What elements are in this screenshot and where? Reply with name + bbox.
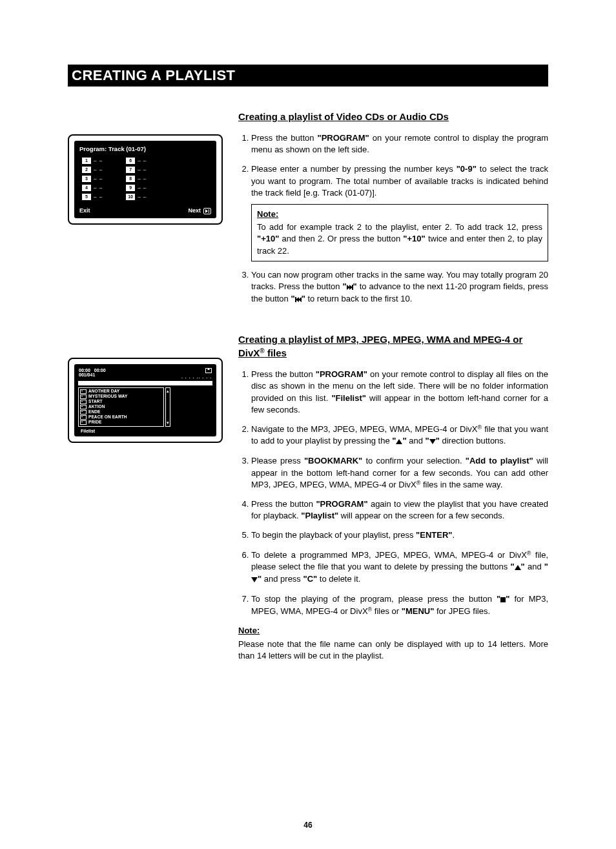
slot-placeholder: – – (94, 158, 103, 163)
program-slot: 9– – (126, 185, 147, 191)
instruction-item: Please enter a number by pressing the nu… (251, 163, 548, 261)
instruction-item: To stop the playing of the program, plea… (251, 593, 548, 617)
file-row: START (80, 400, 162, 404)
file-icon (80, 415, 87, 420)
file-name: ENDE (88, 410, 100, 414)
slot-number: 2 (82, 167, 91, 173)
section-heading: Creating a playlist of Video CDs or Audi… (238, 110, 548, 123)
program-slot: 3– – (82, 176, 103, 182)
osd-exit-label: Exit (79, 208, 90, 214)
eject-icon (205, 368, 212, 373)
program-slot: 7– – (126, 167, 147, 173)
content-area: Program: Track (01-07) 1– –2– –3– –4– –5… (68, 110, 548, 662)
note-body: To add for example track 2 to the playli… (257, 221, 542, 257)
file-row: ANOTHER DAY (80, 389, 162, 394)
right-column: Creating a playlist of Video CDs or Audi… (238, 110, 548, 662)
slot-number: 3 (82, 176, 91, 182)
slot-placeholder: – – (138, 194, 147, 199)
down-arrow-icon (429, 436, 436, 447)
instruction-item: To begin the playback of your playlist, … (251, 529, 548, 541)
scroll-down-icon: ▾ (166, 420, 170, 426)
osd-time-b: 00:00 (94, 368, 106, 373)
file-name: START (88, 400, 103, 404)
scroll-up-icon: ▴ (166, 388, 170, 394)
file-row: ENDE (80, 410, 162, 414)
trailing-note: Note:Please note that the file name can … (238, 625, 548, 662)
next-icon (203, 208, 211, 214)
file-name: AKTION (88, 405, 105, 409)
file-icon (80, 389, 87, 394)
slot-placeholder: – – (94, 185, 103, 190)
slot-placeholder: – – (94, 194, 103, 199)
file-row: AKTION (80, 405, 162, 409)
slot-placeholder: – – (94, 167, 103, 172)
program-osd-figure: Program: Track (01-07) 1– –2– –3– –4– –5… (68, 134, 223, 225)
section-heading: Creating a playlist of MP3, JPEG, MPEG, … (238, 332, 548, 360)
osd-file-list: ANOTHER DAYMYSTERIOUS WAYSTARTAKTIONENDE… (78, 387, 164, 427)
slot-number: 5 (82, 194, 91, 200)
slot-number: 10 (126, 194, 135, 200)
instruction-item: Please press "BOOKMARK" to confirm your … (251, 455, 548, 491)
up-arrow-icon (515, 562, 521, 573)
slot-number: 8 (126, 176, 135, 182)
program-slot: 2– – (82, 167, 103, 173)
instruction-item: You can now program other tracks in the … (251, 269, 548, 306)
page-number: 46 (0, 821, 616, 830)
filelist-osd-figure: 00:00 00:00 001/041 . . . . .. . . . ANO… (68, 358, 223, 443)
instruction-item: Press the button "PROGRAM" again to view… (251, 498, 548, 522)
slot-placeholder: – – (138, 176, 147, 181)
file-name: PEACE ON EARTH (88, 415, 127, 420)
instruction-list: Press the button "PROGRAM" on your remot… (238, 369, 548, 617)
note-body: Please note that the file name can only … (238, 639, 548, 662)
down-arrow-icon (251, 574, 258, 586)
left-column: Program: Track (01-07) 1– –2– –3– –4– –5… (68, 110, 223, 662)
program-slot: 4– – (82, 185, 103, 191)
slot-placeholder: – – (94, 176, 103, 181)
file-row: PEACE ON EARTH (80, 415, 162, 420)
instruction-item: Press the button "PROGRAM" on your remot… (251, 132, 548, 156)
slot-number: 9 (126, 185, 135, 191)
slot-number: 1 (82, 158, 91, 164)
instruction-item: Navigate to the MP3, JPEG, MPEG, WMA, MP… (251, 424, 548, 447)
program-slot: 5– – (82, 194, 103, 200)
slot-number: 7 (126, 167, 135, 173)
note-label: Note: (257, 209, 542, 220)
file-icon (80, 405, 87, 409)
note-label: Note: (238, 625, 548, 637)
rev-icon (296, 294, 302, 305)
program-osd-header: Program: Track (01-07) (78, 146, 212, 152)
program-slot: 6– – (126, 158, 147, 164)
ffwd-bar-icon (352, 285, 353, 290)
osd-progress-bar (78, 381, 212, 385)
osd-next-label: Next (188, 208, 201, 214)
program-slot: 8– – (126, 176, 147, 182)
instruction-list: Press the button "PROGRAM" on your remot… (238, 132, 548, 305)
osd-filelist-label: Filelist (78, 428, 98, 434)
page-title: CREATING A PLAYLIST (68, 65, 548, 87)
instruction-item: To delete a programmed MP3, JPEG, MPEG, … (251, 549, 548, 586)
file-icon (80, 394, 87, 399)
file-row: MYSTERIOUS WAY (80, 394, 162, 399)
osd-dots: . . . . .. . . . (181, 374, 212, 379)
slot-placeholder: – – (138, 158, 147, 163)
note-box: Note:To add for example track 2 to the p… (251, 204, 548, 261)
slot-placeholder: – – (138, 185, 147, 190)
file-row: PRIDE (80, 420, 162, 425)
program-slot: 10– – (126, 194, 147, 200)
osd-counter: 001/041 (79, 373, 95, 377)
slot-number: 6 (126, 158, 135, 164)
up-arrow-icon (396, 436, 402, 447)
osd-time-a: 00:00 (79, 368, 90, 373)
slot-number: 4 (82, 185, 91, 191)
file-icon (80, 420, 87, 425)
slot-placeholder: – – (138, 167, 147, 172)
file-name: MYSTERIOUS WAY (88, 394, 127, 399)
program-slot: 1– – (82, 158, 103, 164)
file-name: ANOTHER DAY (88, 389, 119, 394)
file-name: PRIDE (88, 420, 101, 425)
stop-icon (500, 594, 506, 606)
file-icon (80, 410, 87, 414)
osd-scrollbar: ▴ ▾ (165, 387, 170, 427)
file-icon (80, 400, 87, 404)
instruction-item: Press the button "PROGRAM" on your remot… (251, 369, 548, 416)
